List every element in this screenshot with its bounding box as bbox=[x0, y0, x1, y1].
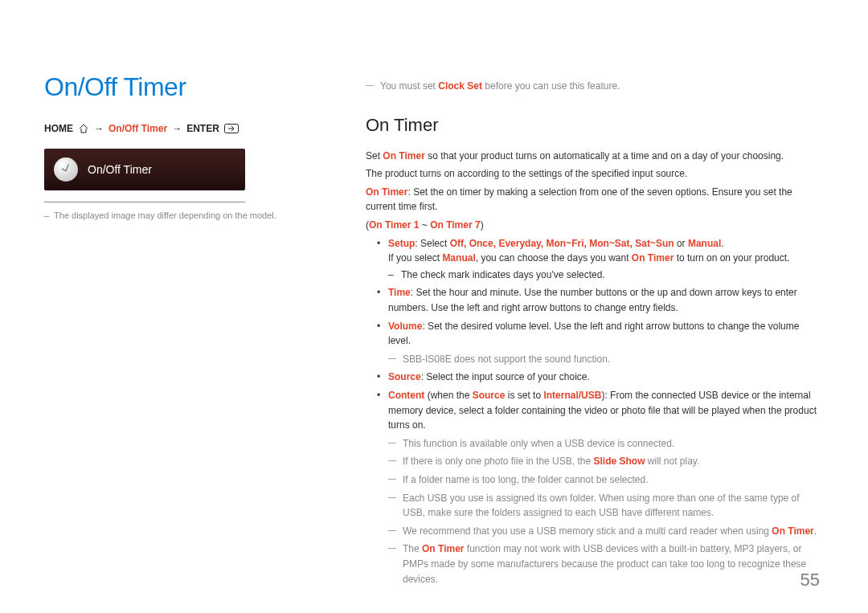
enter-icon bbox=[224, 124, 239, 133]
clock-set-note: You must set Clock Set before you can us… bbox=[366, 79, 820, 94]
content-note-5: We recommend that you use a USB memory s… bbox=[388, 524, 820, 539]
option-time: Time: Set the hour and minute. Use the n… bbox=[388, 285, 820, 315]
menu-screenshot: On/Off Timer bbox=[44, 149, 245, 190]
home-icon bbox=[78, 124, 89, 133]
intro-3: On Timer: Set the on timer by making a s… bbox=[366, 185, 820, 215]
content-note-1: This function is available only when a U… bbox=[388, 436, 820, 452]
breadcrumb-arrow: → bbox=[94, 123, 104, 134]
intro-2: The product turns on according to the se… bbox=[366, 166, 820, 182]
timer-range: (On Timer 1 ~ On Timer 7) bbox=[366, 218, 820, 233]
menu-label: On/Off Timer bbox=[88, 163, 152, 176]
option-setup: Setup: Select Off, Once, Everyday, Mon~F… bbox=[388, 236, 820, 283]
option-list: Setup: Select Off, Once, Everyday, Mon~F… bbox=[366, 236, 820, 586]
breadcrumb: HOME → On/Off Timer → ENTER bbox=[44, 123, 317, 134]
section-heading: On Timer bbox=[366, 112, 820, 139]
left-column: On/Off Timer HOME → On/Off Timer → ENTER bbox=[44, 32, 317, 590]
breadcrumb-enter: ENTER bbox=[186, 123, 219, 134]
content-note-3: If a folder name is too long, the folder… bbox=[388, 472, 820, 488]
breadcrumb-timer: On/Off Timer bbox=[108, 123, 167, 134]
clock-icon bbox=[54, 157, 78, 182]
intro-1: Set On Timer so that your product turns … bbox=[366, 149, 820, 164]
option-volume: Volume: Set the desired volume level. Us… bbox=[388, 319, 820, 367]
two-column-layout: On/Off Timer HOME → On/Off Timer → ENTER bbox=[44, 32, 820, 590]
breadcrumb-arrow: → bbox=[172, 123, 182, 134]
divider bbox=[44, 202, 245, 202]
page-number: 55 bbox=[800, 570, 820, 591]
content-note-4: Each USB you use is assigned its own fol… bbox=[388, 491, 820, 521]
volume-note: SBB-IS08E does not support the sound fun… bbox=[388, 352, 820, 367]
right-column: You must set Clock Set before you can us… bbox=[366, 32, 820, 590]
page-title: On/Off Timer bbox=[44, 72, 317, 102]
model-disclaimer: – The displayed image may differ dependi… bbox=[44, 210, 317, 220]
breadcrumb-home: HOME bbox=[44, 123, 73, 134]
option-source: Source: Select the input source of your … bbox=[388, 370, 820, 385]
option-content: Content (when the Source is set to Inter… bbox=[388, 388, 820, 586]
setup-subnote: The check mark indicates days you've sel… bbox=[388, 268, 820, 283]
content-note-2: If there is only one photo file in the U… bbox=[388, 454, 820, 469]
content-note-6: The On Timer function may not work with … bbox=[388, 541, 820, 586]
manual-page: On/Off Timer HOME → On/Off Timer → ENTER bbox=[0, 0, 868, 613]
